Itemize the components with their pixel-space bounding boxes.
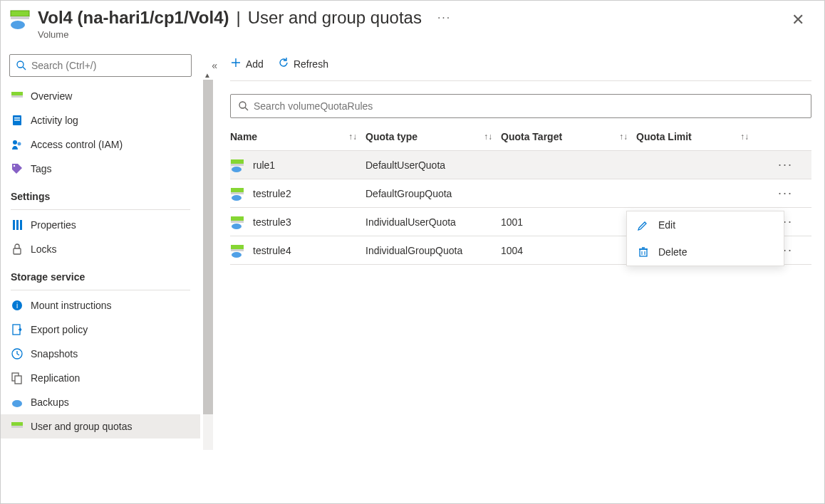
table-search-input[interactable]: [254, 100, 804, 112]
plus-icon: [230, 57, 242, 70]
sidebar-item-snapshots[interactable]: Snapshots: [1, 342, 200, 366]
svg-point-12: [14, 165, 15, 167]
sidebar-item-activity-log[interactable]: Activity log: [1, 108, 200, 132]
svg-point-10: [13, 140, 17, 145]
sort-icon: ↑↓: [484, 132, 492, 142]
refresh-icon: [278, 57, 289, 70]
sidebar-item-mount[interactable]: i Mount instructions: [1, 293, 200, 317]
row-more-button[interactable]: ···: [757, 186, 793, 201]
toolbar: Add Refresh: [230, 54, 811, 81]
svg-rect-24: [11, 422, 23, 426]
svg-rect-28: [231, 159, 244, 164]
svg-rect-13: [13, 220, 15, 230]
svg-rect-1: [11, 16, 29, 19]
svg-rect-38: [231, 249, 244, 251]
svg-rect-29: [231, 164, 244, 166]
sidebar-item-tags[interactable]: Tags: [1, 157, 200, 181]
sidebar-item-label: Properties: [31, 219, 76, 231]
sidebar-search-input[interactable]: [31, 60, 185, 71]
svg-point-33: [232, 195, 242, 201]
row-more-button[interactable]: ···: [757, 157, 793, 172]
column-limit[interactable]: Quota Limit↑↓: [636, 131, 757, 142]
svg-rect-37: [231, 245, 244, 249]
context-menu: Edit Delete: [626, 211, 784, 266]
header-more-button[interactable]: ···: [437, 11, 451, 24]
sidebar-item-overview[interactable]: Overview: [1, 84, 200, 108]
sidebar-item-label: Access control (IAM): [31, 139, 123, 150]
row-name: testrule4: [253, 245, 291, 256]
page-header: Vol4 (na-hari1/cp1/Vol4) | User and grou…: [1, 1, 824, 48]
page-title: Vol4 (na-hari1/cp1/Vol4) | User and grou…: [38, 8, 786, 28]
context-edit-label: Edit: [658, 219, 675, 231]
sidebar-item-label: Replication: [31, 372, 80, 384]
search-icon: [238, 100, 249, 112]
delete-icon: [637, 246, 650, 258]
close-button[interactable]: ✕: [786, 8, 810, 32]
column-name[interactable]: Name↑↓: [230, 131, 365, 142]
context-edit[interactable]: Edit: [627, 211, 784, 238]
sort-icon: ↑↓: [740, 132, 749, 142]
svg-rect-9: [14, 120, 20, 121]
svg-rect-32: [231, 192, 244, 194]
sidebar-section-storage: Storage service: [1, 261, 200, 287]
backups-icon: [11, 396, 24, 409]
svg-rect-40: [640, 249, 647, 256]
sidebar-search[interactable]: [9, 54, 192, 77]
sidebar-item-locks[interactable]: Locks: [1, 237, 200, 261]
rule-icon: [230, 243, 246, 258]
tags-icon: [11, 162, 24, 175]
row-name: rule1: [253, 159, 275, 171]
volume-icon: [9, 8, 32, 31]
sidebar-item-label: User and group quotas: [31, 421, 132, 432]
sidebar-item-properties[interactable]: Properties: [1, 213, 200, 237]
table-search[interactable]: [230, 94, 811, 118]
svg-point-23: [12, 400, 22, 407]
svg-point-3: [17, 61, 24, 68]
row-name: testrule3: [253, 216, 291, 228]
svg-point-2: [11, 21, 25, 29]
sidebar-item-quotas[interactable]: User and group quotas: [1, 414, 200, 439]
svg-point-26: [239, 102, 246, 108]
sidebar-item-label: Backups: [31, 397, 69, 408]
divider: [11, 290, 190, 290]
svg-rect-8: [14, 117, 20, 119]
table-row[interactable]: testrule2 DefaultGroupQuota ···: [230, 179, 811, 208]
row-name: testrule2: [253, 188, 291, 199]
svg-rect-34: [231, 216, 244, 221]
refresh-button[interactable]: Refresh: [278, 57, 328, 70]
svg-point-39: [232, 252, 242, 258]
column-target[interactable]: Quota Target↑↓: [501, 131, 636, 142]
add-button[interactable]: Add: [230, 57, 264, 70]
table-row[interactable]: rule1 DefaultUserQuota ···: [230, 151, 811, 179]
svg-rect-22: [15, 376, 21, 384]
svg-point-36: [232, 224, 242, 229]
sidebar-item-export[interactable]: Export policy: [1, 317, 200, 342]
info-icon: i: [11, 299, 24, 312]
row-type: DefaultUserQuota: [365, 159, 501, 171]
sidebar-item-replication[interactable]: Replication: [1, 366, 200, 390]
sidebar-item-iam[interactable]: Access control (IAM): [1, 132, 200, 157]
svg-line-4: [23, 67, 26, 70]
sidebar-item-label: Snapshots: [31, 348, 78, 359]
sidebar-item-label: Tags: [31, 163, 52, 174]
row-target: 1001: [501, 216, 636, 228]
row-target: 1004: [501, 245, 636, 256]
sidebar-item-label: Overview: [31, 90, 72, 102]
sort-icon: ↑↓: [348, 132, 357, 142]
add-label: Add: [246, 58, 264, 70]
sidebar-section-settings: Settings: [1, 181, 200, 206]
row-type: IndividualUserQuota: [365, 216, 501, 228]
svg-point-11: [18, 142, 21, 146]
context-delete[interactable]: Delete: [627, 238, 784, 266]
main-content: Add Refresh Name↑↓ Quota type↑↓ Quota Ta…: [200, 48, 824, 501]
sidebar-item-label: Export policy: [31, 324, 88, 335]
sidebar-item-backups[interactable]: Backups: [1, 390, 200, 414]
divider: [11, 209, 190, 210]
overview-icon: [11, 90, 24, 103]
svg-rect-0: [11, 11, 29, 16]
sidebar-item-label: Activity log: [31, 115, 78, 126]
sort-icon: ↑↓: [619, 132, 628, 142]
row-type: IndividualGroupQuota: [365, 245, 501, 256]
column-type[interactable]: Quota type↑↓: [365, 131, 501, 142]
svg-line-27: [245, 107, 248, 110]
